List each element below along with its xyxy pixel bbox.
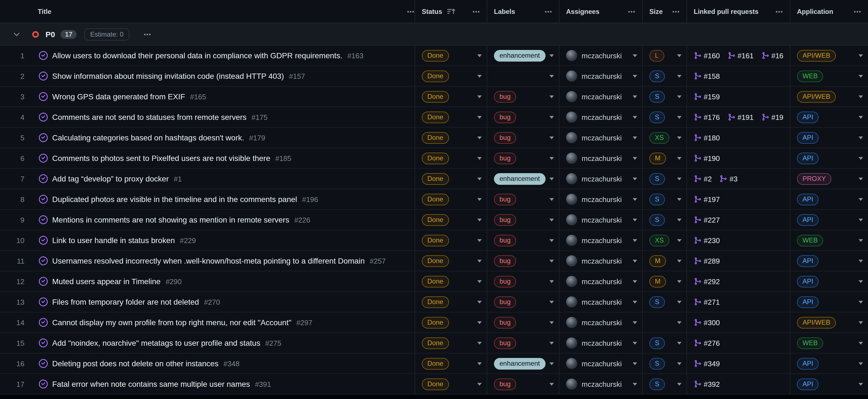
pr-link[interactable]: #197	[694, 195, 720, 204]
issue-title[interactable]: Calculating categories based on hashtags…	[52, 133, 244, 142]
size-cell[interactable]: S	[643, 169, 687, 189]
labels-cell[interactable]: bug	[487, 107, 559, 127]
column-menu-icon[interactable]: ⋯	[854, 7, 861, 16]
issue-title[interactable]: Allow users to download their personal d…	[52, 51, 342, 60]
pr-link[interactable]: #180	[694, 133, 720, 142]
size-cell[interactable]: S	[643, 189, 687, 209]
assignees-cell[interactable]: mczachurski	[559, 210, 643, 230]
caret-down-icon[interactable]	[859, 301, 863, 304]
title-cell[interactable]: 5 Calculating categories based on hashta…	[0, 128, 415, 148]
caret-down-icon[interactable]	[477, 75, 482, 78]
status-cell[interactable]: Done	[415, 128, 487, 148]
size-cell[interactable]: L	[643, 45, 687, 65]
labels-cell[interactable]: bug	[487, 148, 559, 168]
application-cell[interactable]: WEB	[790, 230, 868, 250]
assignees-cell[interactable]: mczachurski	[559, 271, 643, 291]
labels-cell[interactable]: enhancement	[487, 354, 559, 373]
labels-cell[interactable]: enhancement	[487, 45, 559, 65]
labels-cell[interactable]: bug	[487, 251, 559, 271]
caret-down-icon[interactable]	[477, 219, 482, 221]
caret-down-icon[interactable]	[633, 178, 637, 180]
application-cell[interactable]: API	[790, 374, 868, 394]
assignees-cell[interactable]: mczachurski	[559, 45, 643, 65]
labels-cell[interactable]: bug	[487, 230, 559, 250]
pr-link[interactable]: #191	[727, 113, 754, 121]
linked-prs-cell[interactable]: #2#3	[687, 169, 790, 189]
labels-cell[interactable]: bug	[487, 333, 559, 353]
caret-down-icon[interactable]	[477, 342, 482, 345]
issue-title[interactable]: Cannot display my own profile from top r…	[52, 318, 291, 327]
caret-down-icon[interactable]	[859, 54, 863, 57]
column-menu-icon[interactable]: ⋯	[545, 7, 552, 16]
caret-down-icon[interactable]	[677, 239, 682, 242]
linked-prs-cell[interactable]: #159	[687, 87, 790, 106]
pr-link[interactable]: #160	[694, 51, 720, 60]
caret-down-icon[interactable]	[677, 260, 682, 263]
size-cell[interactable]: M	[643, 251, 687, 271]
caret-down-icon[interactable]	[633, 301, 637, 304]
caret-down-icon[interactable]	[550, 54, 554, 57]
pr-link[interactable]: #292	[694, 277, 720, 285]
title-cell[interactable]: 14 Cannot display my own profile from to…	[0, 312, 415, 332]
assignees-cell[interactable]: mczachurski	[559, 292, 643, 312]
caret-down-icon[interactable]	[677, 219, 682, 221]
caret-down-icon[interactable]	[859, 239, 863, 242]
pr-link[interactable]: #158	[694, 72, 720, 80]
issue-title[interactable]: Deleting post does not delete on other i…	[52, 359, 218, 368]
status-cell[interactable]: Done	[415, 312, 487, 332]
caret-down-icon[interactable]	[550, 136, 554, 139]
title-cell[interactable]: 17 Fatal error when note contains same m…	[0, 374, 415, 394]
issue-title[interactable]: Comments are not send to statuses from r…	[52, 113, 246, 122]
issue-title[interactable]: Wrong GPS data generated from EXIF	[52, 92, 185, 101]
caret-down-icon[interactable]	[477, 280, 482, 283]
caret-down-icon[interactable]	[477, 178, 482, 180]
pr-link[interactable]: #16	[762, 51, 783, 60]
application-cell[interactable]: API	[790, 148, 868, 168]
title-cell[interactable]: 2 Show information about missing invitat…	[0, 66, 415, 86]
caret-down-icon[interactable]	[859, 321, 863, 324]
caret-down-icon[interactable]	[633, 116, 637, 119]
issue-title[interactable]: Muted users appear in Timeline	[52, 277, 161, 286]
linked-prs-cell[interactable]: #160#161#16	[687, 45, 790, 65]
size-cell[interactable]: S	[643, 292, 687, 312]
caret-down-icon[interactable]	[477, 362, 482, 365]
caret-down-icon[interactable]	[550, 239, 554, 242]
caret-down-icon[interactable]	[859, 260, 863, 263]
assignees-cell[interactable]: mczachurski	[559, 251, 643, 271]
size-cell[interactable]: S	[643, 354, 687, 373]
pr-link[interactable]: #276	[694, 339, 720, 347]
application-cell[interactable]: WEB	[790, 333, 868, 353]
title-cell[interactable]: 6 Comments to photos sent to Pixelfed us…	[0, 148, 415, 168]
caret-down-icon[interactable]	[677, 136, 682, 139]
linked-prs-cell[interactable]: #190	[687, 148, 790, 168]
application-cell[interactable]: API/WEB	[790, 312, 868, 332]
caret-down-icon[interactable]	[633, 198, 637, 201]
application-cell[interactable]: PROXY	[790, 169, 868, 189]
issue-title[interactable]: Show information about missing invitatio…	[52, 71, 284, 81]
size-cell[interactable]: S	[643, 210, 687, 230]
linked-prs-cell[interactable]: #300	[687, 312, 790, 332]
caret-down-icon[interactable]	[633, 95, 637, 98]
labels-cell[interactable]: bug	[487, 189, 559, 209]
linked-prs-cell[interactable]: #158	[687, 66, 790, 86]
title-cell[interactable]: 12 Muted users appear in Timeline #290	[0, 271, 415, 291]
column-header-title[interactable]: Title ⋯	[0, 0, 415, 23]
status-cell[interactable]: Done	[415, 87, 487, 106]
assignees-cell[interactable]: mczachurski	[559, 189, 643, 209]
size-cell[interactable]: S	[643, 374, 687, 394]
issue-title[interactable]: Duplicated photos are visible in the tim…	[52, 195, 297, 204]
caret-down-icon[interactable]	[859, 95, 863, 98]
size-cell[interactable]: XS	[643, 230, 687, 250]
column-header-linked-prs[interactable]: Linked pull requests ⋯	[687, 0, 790, 23]
size-cell[interactable]: M	[643, 148, 687, 168]
linked-prs-cell[interactable]: #176#191#19	[687, 107, 790, 127]
issue-title[interactable]: Link to user handle in status broken	[52, 236, 175, 245]
caret-down-icon[interactable]	[677, 157, 682, 160]
caret-down-icon[interactable]	[633, 157, 637, 160]
caret-down-icon[interactable]	[677, 75, 682, 78]
column-menu-icon[interactable]: ⋯	[672, 7, 680, 16]
caret-down-icon[interactable]	[859, 136, 863, 139]
linked-prs-cell[interactable]: #227	[687, 210, 790, 230]
caret-down-icon[interactable]	[633, 321, 637, 324]
column-header-status[interactable]: Status ⋯	[415, 0, 487, 23]
